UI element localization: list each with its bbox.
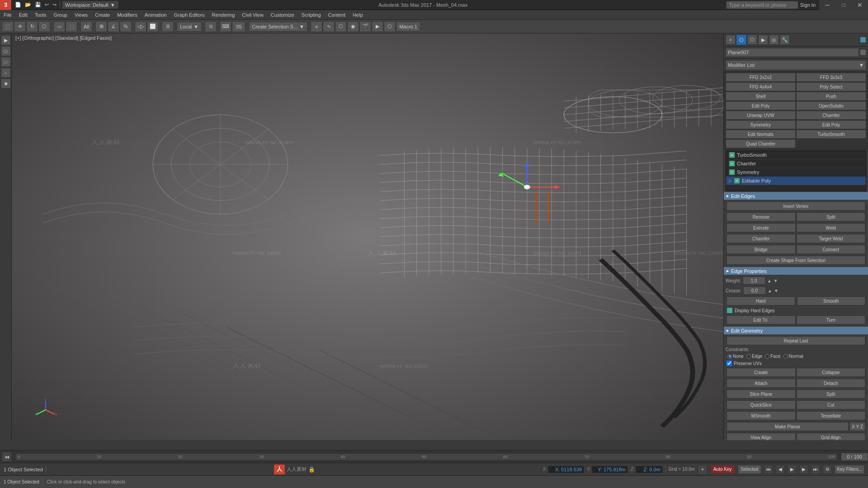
modifier-list-dropdown[interactable]: Modifier List▼ (726, 60, 866, 70)
split-btn[interactable]: Split (797, 212, 866, 221)
insert-vertex-btn[interactable]: Insert Vertex (726, 202, 865, 211)
left-tool5[interactable]: ✱ (1, 79, 11, 89)
schematic-btn[interactable]: ⎔ (335, 21, 347, 32)
maximize-btn[interactable]: □ (835, 0, 852, 10)
search-box[interactable]: Type a keyword or phrase (726, 1, 798, 9)
menu-group[interactable]: Group (50, 11, 71, 19)
display-panel-btn[interactable]: ◎ (769, 35, 779, 45)
chamfer-eye-icon[interactable]: 👁 (729, 160, 735, 167)
menu-content[interactable]: Content (325, 11, 349, 19)
panel-color-swatch[interactable] (860, 37, 866, 43)
menu-help[interactable]: Help (349, 11, 367, 19)
chamfer-stack-item[interactable]: 👁 Chamfer (726, 160, 866, 168)
named-sets-btn[interactable]: ≡ (311, 21, 322, 32)
split-geom-btn[interactable]: Split (797, 389, 866, 399)
select-filter-btn[interactable]: All (80, 21, 92, 32)
minimize-btn[interactable]: ─ (819, 0, 835, 10)
detach-btn[interactable]: Detach (797, 379, 866, 388)
weight-down-arrow[interactable]: ▼ (774, 278, 778, 283)
menu-create[interactable]: Create (91, 11, 113, 19)
menu-file[interactable]: File (0, 11, 15, 19)
menu-edit[interactable]: Edit (15, 11, 31, 19)
smooth-btn[interactable]: Smooth (797, 296, 866, 305)
shell-btn[interactable]: Shell (726, 92, 796, 101)
turbosmooth-mod-btn[interactable]: TurboSmooth (796, 130, 866, 139)
menu-rendering[interactable]: Rendering (208, 11, 239, 19)
hard-btn[interactable]: Hard (726, 296, 795, 305)
undo-btn[interactable]: ↩ (43, 1, 50, 8)
edit-poly-1-btn[interactable]: Edit Poly (726, 101, 796, 110)
create-selection-dropdown[interactable]: Create Selection S...▼ (249, 22, 307, 32)
left-tool3[interactable]: □ (1, 57, 11, 67)
prev-frame-btn[interactable]: ◀ (776, 465, 785, 474)
display-hard-edges-color[interactable] (726, 307, 733, 314)
weld-btn[interactable]: Weld (797, 223, 866, 232)
opensubdiv-btn[interactable]: OpenSubdiv (796, 101, 866, 110)
percent-snap-btn[interactable]: % (120, 21, 132, 32)
slice-plane-btn[interactable]: Slice Plane (726, 389, 796, 399)
modify-panel-btn[interactable]: ⬡ (736, 35, 746, 45)
ffd3x3x3-btn[interactable]: FFD 3x3x3 (796, 73, 866, 82)
close-btn[interactable]: ✕ (852, 0, 868, 10)
ffd4x4x4-btn[interactable]: FFD 4x4x4 (726, 82, 796, 91)
menu-customize[interactable]: Customize (267, 11, 298, 19)
keyboard-shortcut-btn[interactable]: ⌨ (220, 21, 231, 32)
cut-btn[interactable]: Cut (797, 400, 866, 409)
scale-tool-btn[interactable]: ⬡ (38, 21, 50, 32)
redo-btn[interactable]: ↪ (51, 1, 58, 8)
left-tool2[interactable]: ⬡ (1, 46, 11, 56)
menu-modifiers[interactable]: Modifiers (113, 11, 141, 19)
material-editor-btn[interactable]: ◉ (347, 21, 359, 32)
constraint-edge-radio[interactable]: Edge (746, 354, 762, 359)
crease-input[interactable] (743, 286, 766, 295)
timeline-scrubber[interactable]: 0 10 20 30 40 50 60 70 80 90 100 (15, 453, 837, 460)
menu-views[interactable]: Views (71, 11, 91, 19)
align-btn[interactable]: ⬜ (147, 21, 159, 32)
push-btn[interactable]: Push (796, 92, 866, 101)
chamfer-btn[interactable]: Chamfer (726, 234, 796, 243)
workspace-selector[interactable]: Workspace: Default▼ (62, 1, 118, 9)
constraint-normal-radio[interactable]: Normal (783, 354, 803, 359)
turn-btn[interactable]: Turn (797, 315, 866, 324)
constraint-none-radio[interactable]: None (727, 354, 744, 359)
weight-up-arrow[interactable]: ▲ (767, 278, 772, 283)
editable-poly-stack-item[interactable]: ▷ 👁 Editable Poly (726, 177, 866, 185)
time-config-btn[interactable]: ⚙ (823, 465, 832, 474)
create-panel-btn[interactable]: + (726, 35, 736, 45)
constraint-face-radio[interactable]: Face (765, 354, 780, 359)
make-planar-btn[interactable]: Make Planar (726, 422, 849, 431)
tessellate-btn[interactable]: Tessellate (797, 411, 866, 420)
angle-snap-btn[interactable]: ∠ (108, 21, 119, 32)
turbosmooth-stack-item[interactable]: 👁 TurboSmooth (726, 151, 866, 160)
chamfer-mod-btn[interactable]: Chamfer (796, 111, 866, 120)
edit-tri-btn[interactable]: Edit Tri. (726, 315, 796, 324)
menu-civil-view[interactable]: Civil View (238, 11, 267, 19)
weight-input[interactable] (743, 277, 765, 285)
view-align-btn[interactable]: View Align (726, 433, 796, 440)
object-name-field[interactable] (726, 48, 859, 57)
signin-area[interactable]: Sign In (800, 2, 816, 8)
snap-toggle-btn[interactable]: ⊞ (95, 21, 107, 32)
play-back-btn[interactable]: ⏮ (2, 452, 12, 462)
save-btn[interactable]: 💾 (33, 1, 42, 8)
render-frame-btn[interactable]: ▶ (372, 21, 383, 32)
ref-coord-dropdown[interactable]: Local▼ (177, 22, 202, 32)
play-btn[interactable]: ▶ (788, 465, 797, 474)
extrude-btn[interactable]: Extrude (726, 223, 796, 232)
symmetry-mod-btn[interactable]: Symmetry (726, 120, 796, 129)
viewport[interactable]: [+] [Orthographic] [Standard] [Edged Fac… (12, 33, 723, 440)
lock-icon[interactable]: 🔒 (308, 466, 315, 473)
motion-panel-btn[interactable]: ▶ (758, 35, 768, 45)
bridge-btn[interactable]: Bridge (726, 245, 796, 254)
symmetry-stack-item[interactable]: 👁 Symmetry (726, 168, 866, 177)
crease-up-arrow[interactable]: ▲ (768, 288, 772, 293)
symmetry-eye-icon[interactable]: 👁 (729, 169, 735, 175)
3d-snap-btn[interactable]: 3S (232, 21, 245, 32)
layer-manager-btn[interactable]: ☰ (162, 21, 174, 32)
target-weld-btn[interactable]: Target Weld (797, 234, 866, 243)
create-shape-btn[interactable]: Create Shape From Selection (726, 256, 865, 265)
new-btn[interactable]: 📄 (14, 1, 23, 8)
time-display[interactable]: 0 / 100 (841, 453, 868, 461)
add-time-tag-btn[interactable]: + (698, 465, 708, 474)
macro1-btn[interactable]: Macro 1 (396, 22, 420, 32)
